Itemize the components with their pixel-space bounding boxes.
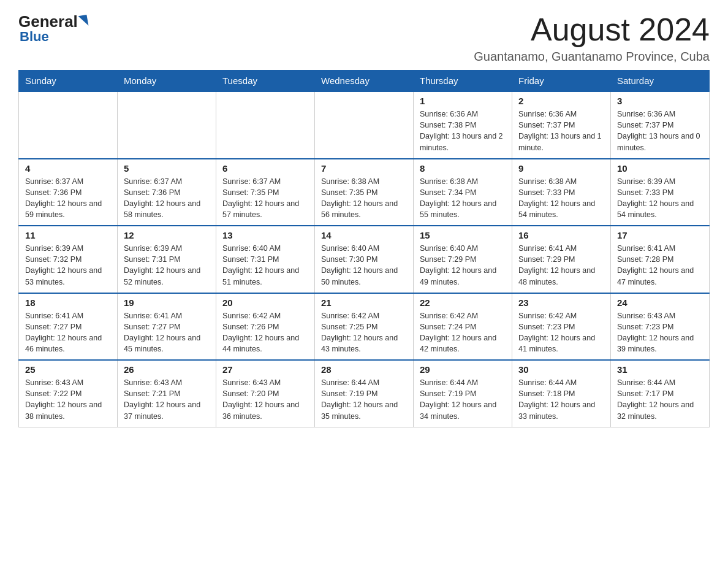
header-wednesday: Wednesday xyxy=(315,71,414,92)
header-friday: Friday xyxy=(512,71,611,92)
calendar-cell: 27Sunrise: 6:43 AMSunset: 7:20 PMDayligh… xyxy=(216,360,315,427)
day-info: Sunrise: 6:40 AMSunset: 7:30 PMDaylight:… xyxy=(321,243,407,288)
day-number: 4 xyxy=(25,163,111,174)
day-info: Sunrise: 6:39 AMSunset: 7:33 PMDaylight:… xyxy=(617,176,703,221)
calendar-table: SundayMondayTuesdayWednesdayThursdayFrid… xyxy=(18,70,710,427)
calendar-cell: 8Sunrise: 6:38 AMSunset: 7:34 PMDaylight… xyxy=(414,159,512,226)
day-number: 8 xyxy=(420,163,506,174)
calendar-week-5: 25Sunrise: 6:43 AMSunset: 7:22 PMDayligh… xyxy=(19,360,710,427)
day-number: 19 xyxy=(124,297,210,308)
calendar-cell: 11Sunrise: 6:39 AMSunset: 7:32 PMDayligh… xyxy=(19,226,118,293)
calendar-cell: 16Sunrise: 6:41 AMSunset: 7:29 PMDayligh… xyxy=(512,226,611,293)
day-number: 28 xyxy=(321,364,407,375)
day-number: 23 xyxy=(518,297,604,308)
calendar-cell: 15Sunrise: 6:40 AMSunset: 7:29 PMDayligh… xyxy=(414,226,512,293)
day-number: 20 xyxy=(222,297,308,308)
header-monday: Monday xyxy=(118,71,216,92)
calendar-cell: 23Sunrise: 6:42 AMSunset: 7:23 PMDayligh… xyxy=(512,293,611,361)
header-sunday: Sunday xyxy=(19,71,118,92)
day-number: 9 xyxy=(518,163,604,174)
day-info: Sunrise: 6:37 AMSunset: 7:36 PMDaylight:… xyxy=(124,176,210,221)
day-info: Sunrise: 6:36 AMSunset: 7:37 PMDaylight:… xyxy=(518,109,604,153)
calendar-cell xyxy=(118,91,216,159)
day-number: 11 xyxy=(25,230,111,240)
calendar-week-4: 18Sunrise: 6:41 AMSunset: 7:27 PMDayligh… xyxy=(19,293,710,361)
day-info: Sunrise: 6:36 AMSunset: 7:38 PMDaylight:… xyxy=(420,109,506,153)
header-tuesday: Tuesday xyxy=(216,71,315,92)
calendar-cell: 19Sunrise: 6:41 AMSunset: 7:27 PMDayligh… xyxy=(118,293,216,361)
day-info: Sunrise: 6:40 AMSunset: 7:31 PMDaylight:… xyxy=(222,243,308,288)
calendar-cell: 31Sunrise: 6:44 AMSunset: 7:17 PMDayligh… xyxy=(611,360,710,427)
calendar-cell: 14Sunrise: 6:40 AMSunset: 7:30 PMDayligh… xyxy=(315,226,414,293)
month-title: August 2024 xyxy=(474,12,710,47)
day-number: 15 xyxy=(420,230,506,240)
calendar-cell: 4Sunrise: 6:37 AMSunset: 7:36 PMDaylight… xyxy=(19,159,118,226)
day-info: Sunrise: 6:40 AMSunset: 7:29 PMDaylight:… xyxy=(420,243,506,288)
day-number: 10 xyxy=(617,163,703,174)
day-number: 3 xyxy=(617,96,703,106)
day-number: 22 xyxy=(420,297,506,308)
day-info: Sunrise: 6:39 AMSunset: 7:31 PMDaylight:… xyxy=(124,243,210,288)
day-info: Sunrise: 6:38 AMSunset: 7:35 PMDaylight:… xyxy=(321,176,407,221)
calendar-cell: 9Sunrise: 6:38 AMSunset: 7:33 PMDaylight… xyxy=(512,159,611,226)
calendar-cell xyxy=(216,91,315,159)
day-info: Sunrise: 6:36 AMSunset: 7:37 PMDaylight:… xyxy=(617,109,703,153)
day-number: 24 xyxy=(617,297,703,308)
calendar-week-1: 1Sunrise: 6:36 AMSunset: 7:38 PMDaylight… xyxy=(19,91,710,159)
calendar-week-2: 4Sunrise: 6:37 AMSunset: 7:36 PMDaylight… xyxy=(19,159,710,226)
day-info: Sunrise: 6:42 AMSunset: 7:26 PMDaylight:… xyxy=(222,310,308,355)
calendar-cell: 10Sunrise: 6:39 AMSunset: 7:33 PMDayligh… xyxy=(611,159,710,226)
location-title: Guantanamo, Guantanamo Province, Cuba xyxy=(474,50,710,64)
day-info: Sunrise: 6:42 AMSunset: 7:25 PMDaylight:… xyxy=(321,310,407,355)
calendar-cell: 7Sunrise: 6:38 AMSunset: 7:35 PMDaylight… xyxy=(315,159,414,226)
calendar-cell: 21Sunrise: 6:42 AMSunset: 7:25 PMDayligh… xyxy=(315,293,414,361)
day-number: 25 xyxy=(25,364,111,375)
day-info: Sunrise: 6:37 AMSunset: 7:36 PMDaylight:… xyxy=(25,176,111,221)
day-info: Sunrise: 6:44 AMSunset: 7:17 PMDaylight:… xyxy=(617,377,703,422)
day-info: Sunrise: 6:41 AMSunset: 7:27 PMDaylight:… xyxy=(124,310,210,355)
title-area: August 2024 Guantanamo, Guantanamo Provi… xyxy=(474,12,710,64)
day-info: Sunrise: 6:41 AMSunset: 7:27 PMDaylight:… xyxy=(25,310,111,355)
page-header: General Blue August 2024 Guantanamo, Gua… xyxy=(18,12,710,64)
day-number: 17 xyxy=(617,230,703,240)
calendar-cell: 6Sunrise: 6:37 AMSunset: 7:35 PMDaylight… xyxy=(216,159,315,226)
calendar-cell: 25Sunrise: 6:43 AMSunset: 7:22 PMDayligh… xyxy=(19,360,118,427)
day-info: Sunrise: 6:37 AMSunset: 7:35 PMDaylight:… xyxy=(222,176,308,221)
header-saturday: Saturday xyxy=(611,71,710,92)
calendar-cell xyxy=(19,91,118,159)
calendar-cell: 29Sunrise: 6:44 AMSunset: 7:19 PMDayligh… xyxy=(414,360,512,427)
day-number: 12 xyxy=(124,230,210,240)
calendar-cell: 3Sunrise: 6:36 AMSunset: 7:37 PMDaylight… xyxy=(611,91,710,159)
day-info: Sunrise: 6:41 AMSunset: 7:28 PMDaylight:… xyxy=(617,243,703,288)
day-number: 14 xyxy=(321,230,407,240)
calendar-cell: 12Sunrise: 6:39 AMSunset: 7:31 PMDayligh… xyxy=(118,226,216,293)
calendar-cell: 1Sunrise: 6:36 AMSunset: 7:38 PMDaylight… xyxy=(414,91,512,159)
day-number: 16 xyxy=(518,230,604,240)
calendar-cell: 26Sunrise: 6:43 AMSunset: 7:21 PMDayligh… xyxy=(118,360,216,427)
calendar-header-row: SundayMondayTuesdayWednesdayThursdayFrid… xyxy=(19,71,710,92)
calendar-week-3: 11Sunrise: 6:39 AMSunset: 7:32 PMDayligh… xyxy=(19,226,710,293)
day-info: Sunrise: 6:43 AMSunset: 7:20 PMDaylight:… xyxy=(222,377,308,422)
day-info: Sunrise: 6:44 AMSunset: 7:18 PMDaylight:… xyxy=(518,377,604,422)
logo-triangle-icon xyxy=(78,14,88,26)
day-info: Sunrise: 6:38 AMSunset: 7:33 PMDaylight:… xyxy=(518,176,604,221)
calendar-cell: 24Sunrise: 6:43 AMSunset: 7:23 PMDayligh… xyxy=(611,293,710,361)
day-number: 7 xyxy=(321,163,407,174)
day-number: 26 xyxy=(124,364,210,375)
day-number: 21 xyxy=(321,297,407,308)
day-info: Sunrise: 6:42 AMSunset: 7:24 PMDaylight:… xyxy=(420,310,506,355)
day-number: 1 xyxy=(420,96,506,106)
day-number: 13 xyxy=(222,230,308,240)
day-number: 27 xyxy=(222,364,308,375)
calendar-cell: 13Sunrise: 6:40 AMSunset: 7:31 PMDayligh… xyxy=(216,226,315,293)
logo-blue: Blue xyxy=(20,29,49,45)
day-info: Sunrise: 6:44 AMSunset: 7:19 PMDaylight:… xyxy=(420,377,506,422)
calendar-cell: 30Sunrise: 6:44 AMSunset: 7:18 PMDayligh… xyxy=(512,360,611,427)
day-number: 6 xyxy=(222,163,308,174)
calendar-cell: 20Sunrise: 6:42 AMSunset: 7:26 PMDayligh… xyxy=(216,293,315,361)
day-number: 31 xyxy=(617,364,703,375)
header-thursday: Thursday xyxy=(414,71,512,92)
day-info: Sunrise: 6:44 AMSunset: 7:19 PMDaylight:… xyxy=(321,377,407,422)
day-info: Sunrise: 6:41 AMSunset: 7:29 PMDaylight:… xyxy=(518,243,604,288)
calendar-cell: 22Sunrise: 6:42 AMSunset: 7:24 PMDayligh… xyxy=(414,293,512,361)
